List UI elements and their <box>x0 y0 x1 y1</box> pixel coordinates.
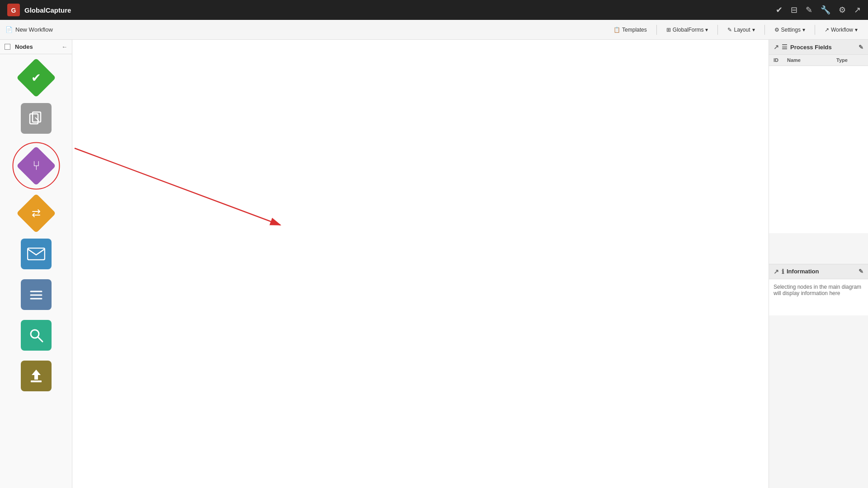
process-fields-header-left: ↗ ☰ Process Fields <box>774 43 832 51</box>
process-fields-table-header: ID Name Type <box>769 55 868 66</box>
sidebar: Nodes ← ✔ <box>0 40 72 488</box>
col-name-header: Name <box>787 57 836 63</box>
layout-label: Layout <box>734 27 750 33</box>
globalforms-icon: ⊞ <box>666 27 671 33</box>
arrow-svg <box>72 40 769 488</box>
toolbar-separator-2 <box>717 25 718 35</box>
svg-text:G: G <box>11 7 16 14</box>
information-info-icon: ℹ <box>782 268 784 275</box>
workflow-button[interactable]: ↗ Workflow ▾ <box>820 24 863 35</box>
approve-node[interactable]: ✔ <box>18 60 54 96</box>
templates-label: Templates <box>622 27 647 33</box>
workflow-icon: ↗ <box>825 27 829 33</box>
search-icon <box>21 320 52 351</box>
main-layout: Nodes ← ✔ <box>0 40 868 488</box>
layout-icon: ✎ <box>727 27 732 33</box>
copy-node[interactable] <box>18 100 54 136</box>
col-id-header: ID <box>774 57 787 63</box>
toolbar: 📄 New Workflow 📋 Templates ⊞ GlobalForms… <box>0 20 868 40</box>
process-fields-section: ↗ ☰ Process Fields ✎ ID Name Type <box>769 40 868 264</box>
workflow-title: 📄 New Workflow <box>5 26 53 33</box>
topbar-check-icon[interactable]: ✔ <box>776 5 783 15</box>
approve-icon: ✔ <box>31 71 41 85</box>
export-node[interactable] <box>18 358 54 394</box>
sidebar-collapse-icon[interactable]: ← <box>61 43 67 50</box>
canvas-area[interactable] <box>72 40 769 488</box>
route-icon: ⑂ <box>32 159 40 173</box>
layout-button[interactable]: ✎ Layout ▾ <box>722 24 760 35</box>
workflow-file-icon: 📄 <box>5 26 13 33</box>
svg-rect-12 <box>31 380 42 382</box>
topbar-settings-icon[interactable]: ⚙ <box>839 5 846 15</box>
process-fields-body <box>769 66 868 233</box>
workflow-name: New Workflow <box>15 26 53 33</box>
settings-label: Settings <box>781 27 801 33</box>
route-node[interactable]: ⑂ <box>11 141 61 191</box>
layout-dropdown-icon: ▾ <box>752 27 755 33</box>
workflow-label: Workflow <box>831 27 853 33</box>
sidebar-title: Nodes <box>15 43 33 50</box>
email-icon <box>21 239 52 269</box>
information-title: Information <box>787 268 819 275</box>
list-node[interactable] <box>18 277 54 313</box>
sidebar-header: Nodes ← <box>0 40 72 54</box>
topbar: G GlobalCapture ✔ ⊟ ✎ 🔧 ⚙ ↗ <box>0 0 868 20</box>
export-icon <box>21 361 52 391</box>
toolbar-separator-3 <box>764 25 765 35</box>
globalforms-button[interactable]: ⊞ GlobalForms ▾ <box>661 24 713 35</box>
topbar-left: G GlobalCapture <box>7 4 71 16</box>
process-fields-title: Process Fields <box>790 44 832 51</box>
templates-icon: 📋 <box>613 27 620 33</box>
topbar-tools-icon[interactable]: 🔧 <box>821 5 830 15</box>
svg-rect-5 <box>28 248 45 260</box>
workflow-dropdown-icon: ▾ <box>855 27 858 33</box>
process-fields-list-icon: ↗ <box>774 43 779 51</box>
toolbar-separator-4 <box>815 25 815 35</box>
email-node[interactable] <box>18 236 54 272</box>
topbar-grid-icon[interactable]: ⊟ <box>791 5 797 15</box>
topbar-edit-icon[interactable]: ✎ <box>806 5 812 15</box>
search-node[interactable] <box>18 317 54 353</box>
right-panel: ↗ ☰ Process Fields ✎ ID Name Type ↗ ℹ In… <box>769 40 868 488</box>
svg-line-14 <box>75 148 280 225</box>
information-body: Selecting nodes in the main diagram will… <box>769 279 868 315</box>
information-text: Selecting nodes in the main diagram will… <box>774 284 861 296</box>
col-type-header: Type <box>836 57 863 63</box>
process-fields-header: ↗ ☰ Process Fields ✎ <box>769 40 868 55</box>
list-icon <box>21 279 52 310</box>
information-section: ↗ ℹ Information ✎ Selecting nodes in the… <box>769 264 868 488</box>
process-fields-grid-icon: ☰ <box>782 43 788 51</box>
templates-button[interactable]: 📋 Templates <box>609 24 652 35</box>
nodes-checkbox[interactable] <box>5 44 10 50</box>
app-title: GlobalCapture <box>24 6 71 14</box>
settings-dropdown-icon: ▾ <box>802 27 805 33</box>
information-arrow-icon: ↗ <box>774 268 779 275</box>
globalforms-dropdown-icon: ▾ <box>705 27 708 33</box>
nodes-list: ✔ ⑂ <box>0 54 72 399</box>
loop-icon: ⇄ <box>32 207 41 220</box>
svg-line-10 <box>38 337 42 342</box>
svg-marker-11 <box>32 370 41 380</box>
loop-node[interactable]: ⇄ <box>18 195 54 231</box>
information-header: ↗ ℹ Information ✎ <box>769 264 868 279</box>
topbar-exit-icon[interactable]: ↗ <box>854 5 861 15</box>
process-fields-edit-icon[interactable]: ✎ <box>859 44 863 51</box>
toolbar-separator-1 <box>656 25 657 35</box>
settings-icon: ⚙ <box>774 27 779 33</box>
settings-button[interactable]: ⚙ Settings ▾ <box>769 24 810 35</box>
globalforms-label: GlobalForms <box>673 27 704 33</box>
app-logo-icon: G <box>7 4 20 16</box>
information-edit-icon[interactable]: ✎ <box>859 268 863 275</box>
copy-icon <box>21 103 52 134</box>
information-header-left: ↗ ℹ Information <box>774 268 819 275</box>
topbar-right: ✔ ⊟ ✎ 🔧 ⚙ ↗ <box>776 5 861 15</box>
